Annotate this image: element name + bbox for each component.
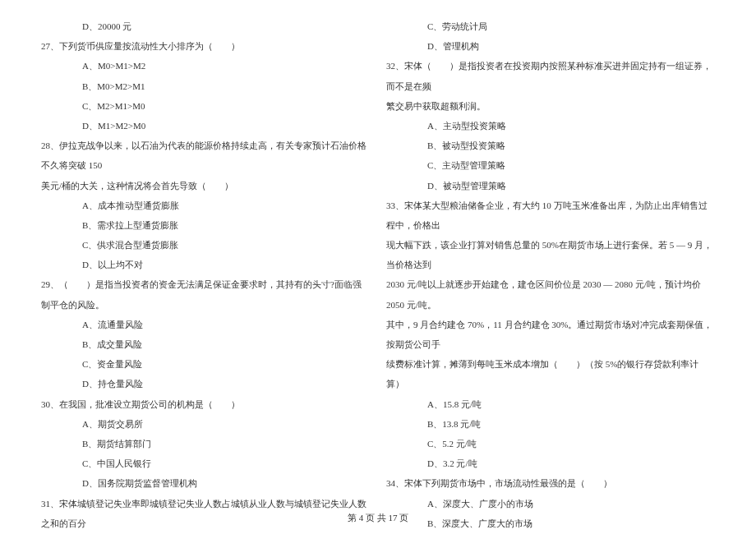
- question-line: 27、下列货币供应量按流动性大小排序为（ ）: [41, 36, 370, 56]
- option-line: C、供求混合型通货膨胀: [41, 235, 370, 255]
- option-line: D、3.2 元/吨: [386, 453, 715, 473]
- page-body: D、20000 元27、下列货币供应量按流动性大小排序为（ ）A、M0>M1>M…: [0, 0, 756, 493]
- option-line: D、被动型管理策略: [386, 176, 715, 196]
- option-line: A、成本推动型通货膨胀: [41, 196, 370, 215]
- option-line: A、主动型投资策略: [386, 116, 715, 136]
- option-line: D、20000 元: [41, 16, 370, 36]
- question-line: 2030 元/吨以上就逐步开始建仓，建仓区间价位是 2030 — 2080 元/…: [386, 274, 715, 314]
- option-line: B、被动型投资策略: [386, 136, 715, 155]
- option-line: C、中国人民银行: [41, 453, 370, 473]
- option-line: A、M0>M1>M2: [41, 56, 370, 76]
- page-footer: 第 4 页 共 17 页: [0, 512, 756, 524]
- right-column: C、劳动统计局D、管理机构32、宋体（ ）是指投资者在投资期内按照某种标准买进并…: [378, 16, 723, 493]
- option-line: A、深度大、广度小的市场: [386, 494, 715, 513]
- option-line: C、主动型管理策略: [386, 155, 715, 175]
- question-line: 续费标准计算，摊薄到每吨玉米成本增加（ ）（按 5%的银行存贷款利率计算）: [386, 354, 715, 394]
- option-line: D、M1>M2>M0: [41, 116, 370, 136]
- option-line: B、M0>M2>M1: [41, 76, 370, 96]
- question-line: 繁交易中获取超额利润。: [386, 96, 715, 116]
- option-line: D、管理机构: [386, 36, 715, 56]
- option-line: D、持仓量风险: [41, 374, 370, 394]
- question-line: 现大幅下跌，该企业打算对销售总量的 50%在期货市场上进行套保。若 5 — 9 …: [386, 235, 715, 274]
- option-line: D、以上均不对: [41, 255, 370, 274]
- question-line: 30、在我国，批准设立期货公司的机构是（ ）: [41, 394, 370, 414]
- option-line: B、期货结算部门: [41, 434, 370, 453]
- option-line: B、成交量风险: [41, 334, 370, 354]
- option-line: B、需求拉上型通货膨胀: [41, 215, 370, 235]
- question-line: 美元/桶的大关，这种情况将会首先导致（ ）: [41, 176, 370, 196]
- option-line: A、流通量风险: [41, 315, 370, 334]
- option-line: A、15.8 元/吨: [386, 394, 715, 414]
- option-line: C、资金量风险: [41, 354, 370, 374]
- left-column: D、20000 元27、下列货币供应量按流动性大小排序为（ ）A、M0>M1>M…: [33, 16, 378, 493]
- option-line: D、国务院期货监督管理机构: [41, 473, 370, 493]
- question-line: 28、伊拉克战争以来，以石油为代表的能源价格持续走高，有关专家预计石油价格不久将…: [41, 136, 370, 175]
- question-line: 33、宋体某大型粮油储备企业，有大约 10 万吨玉米准备出库，为防止出库销售过程…: [386, 196, 715, 235]
- option-line: C、5.2 元/吨: [386, 434, 715, 453]
- question-line: 32、宋体（ ）是指投资者在投资期内按照某种标准买进并固定持有一组证券，而不是在…: [386, 56, 715, 95]
- option-line: C、劳动统计局: [386, 16, 715, 36]
- question-line: 其中，9 月合约建仓 70%，11 月合约建仓 30%。通过期货市场对冲完成套期…: [386, 315, 715, 354]
- option-line: B、13.8 元/吨: [386, 414, 715, 434]
- option-line: A、期货交易所: [41, 414, 370, 434]
- question-line: 29、（ ）是指当投资者的资金无法满足保证金要求时，其持有的头寸?面临强制平仓的…: [41, 274, 370, 314]
- question-line: 34、宋体下列期货市场中，市场流动性最强的是（ ）: [386, 473, 715, 493]
- option-line: C、M2>M1>M0: [41, 96, 370, 116]
